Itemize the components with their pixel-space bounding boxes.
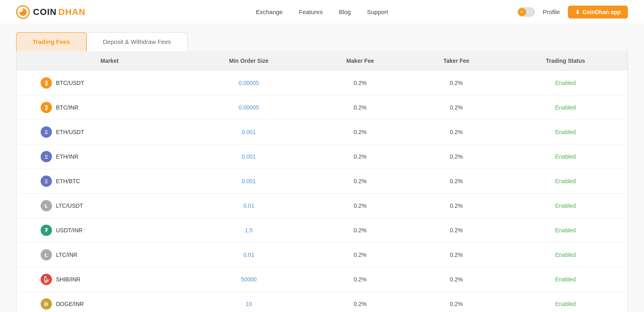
cell-min-order-6: 1.5 (186, 218, 311, 243)
cell-status-1: Enabled (504, 95, 627, 120)
market-name-9: DOGE/INR (56, 301, 84, 307)
cell-market-5: Ł LTC/USDT (17, 194, 186, 218)
logo-text-coin: COIN (33, 7, 57, 17)
cell-market-0: ₿ BTC/USDT (17, 71, 186, 95)
theme-toggle[interactable]: ☀️ (517, 7, 535, 17)
coin-icon-btc: ₿ (41, 102, 52, 113)
table-row: ₮ USDT/INR 1.5 0.2% 0.2% Enabled (17, 218, 627, 243)
cell-status-7: Enabled (504, 243, 627, 267)
cell-status-5: Enabled (504, 194, 627, 218)
market-name-5: LTC/USDT (56, 202, 83, 209)
cell-maker-fee-7: 0.2% (311, 243, 409, 267)
table-row: ₿ BTC/INR 0.00005 0.2% 0.2% Enabled (17, 95, 627, 120)
table-row: Ξ ETH/BTC 0.001 0.2% 0.2% Enabled (17, 169, 627, 194)
cell-taker-fee-0: 0.2% (409, 71, 504, 95)
cell-taker-fee-8: 0.2% (409, 267, 504, 292)
table-row: Ł LTC/USDT 0.01 0.2% 0.2% Enabled (17, 194, 627, 218)
cell-min-order-5: 0.01 (186, 194, 311, 218)
cell-market-6: ₮ USDT/INR (17, 218, 186, 243)
fees-table: Market Min Order Size Maker Fee Taker Fe… (17, 51, 627, 312)
cell-taker-fee-1: 0.2% (409, 95, 504, 120)
table-row: ₿ BTC/USDT 0.00005 0.2% 0.2% Enabled (17, 71, 627, 95)
nav-features[interactable]: Features (299, 8, 322, 15)
coin-icon-eth: Ξ (41, 126, 52, 138)
cell-min-order-9: 10 (186, 292, 311, 312)
cell-market-3: Ξ ETH/INR (17, 145, 186, 169)
logo-text-dhan: DHAN (58, 7, 86, 17)
coin-icon-eth: Ξ (41, 176, 52, 187)
cell-status-9: Enabled (504, 292, 627, 312)
download-icon: ⬇ (575, 9, 580, 15)
cell-taker-fee-5: 0.2% (409, 194, 504, 218)
svg-point-2 (19, 8, 23, 12)
cell-maker-fee-8: 0.2% (311, 267, 409, 292)
cell-market-9: Ð DOGE/INR (17, 292, 186, 312)
coin-icon-btc: ₿ (41, 77, 52, 89)
profile-link[interactable]: Profile (543, 8, 560, 15)
coin-icon-eth: Ξ (41, 151, 52, 162)
cell-min-order-3: 0.001 (186, 145, 311, 169)
table-row: 🐕 SHIB/INR 50000 0.2% 0.2% Enabled (17, 267, 627, 292)
cell-maker-fee-9: 0.2% (311, 292, 409, 312)
col-trading-status: Trading Status (504, 51, 627, 71)
cell-market-2: Ξ ETH/USDT (17, 120, 186, 145)
tab-deposit-fees[interactable]: Deposit & Withdraw Fees (87, 32, 188, 51)
cell-taker-fee-4: 0.2% (409, 169, 504, 194)
col-min-order: Min Order Size (186, 51, 311, 71)
cell-maker-fee-1: 0.2% (311, 95, 409, 120)
cell-taker-fee-9: 0.2% (409, 292, 504, 312)
header-right: ☀️ Profile ⬇ CoinDhan app (517, 6, 628, 19)
cell-maker-fee-4: 0.2% (311, 169, 409, 194)
table-body: ₿ BTC/USDT 0.00005 0.2% 0.2% Enabled ₿ B… (17, 71, 627, 312)
table-row: Ξ ETH/USDT 0.001 0.2% 0.2% Enabled (17, 120, 627, 145)
header: COINDHAN Exchange Features Blog Support … (0, 0, 644, 24)
market-name-4: ETH/BTC (56, 178, 80, 184)
cell-min-order-8: 50000 (186, 267, 311, 292)
cell-market-7: Ł LTC/INR (17, 243, 186, 267)
col-maker-fee: Maker Fee (311, 51, 409, 71)
svg-point-0 (17, 6, 29, 19)
coin-icon-doge: Ð (41, 298, 52, 310)
cell-taker-fee-3: 0.2% (409, 145, 504, 169)
nav-support[interactable]: Support (367, 8, 388, 15)
cell-maker-fee-0: 0.2% (311, 71, 409, 95)
table-scroll[interactable]: Market Min Order Size Maker Fee Taker Fe… (17, 51, 627, 312)
cell-taker-fee-6: 0.2% (409, 218, 504, 243)
cell-status-3: Enabled (504, 145, 627, 169)
nav-blog[interactable]: Blog (339, 8, 351, 15)
market-name-1: BTC/INR (56, 104, 78, 111)
nav-exchange[interactable]: Exchange (256, 8, 283, 15)
download-label: CoinDhan app (582, 9, 621, 15)
fee-tabs: Trading Fees Deposit & Withdraw Fees (16, 32, 628, 51)
main-nav: Exchange Features Blog Support (256, 8, 388, 15)
cell-min-order-0: 0.00005 (186, 71, 311, 95)
market-name-8: SHIB/INR (56, 276, 80, 283)
market-name-0: BTC/USDT (56, 80, 84, 86)
logo[interactable]: COINDHAN (16, 5, 86, 19)
cell-status-6: Enabled (504, 218, 627, 243)
cell-status-0: Enabled (504, 71, 627, 95)
cell-market-8: 🐕 SHIB/INR (17, 267, 186, 292)
market-name-3: ETH/INR (56, 153, 78, 160)
coin-icon-ltc: Ł (41, 200, 52, 211)
market-name-6: USDT/INR (56, 227, 83, 233)
cell-min-order-7: 0.01 (186, 243, 311, 267)
coin-icon-ltc: Ł (41, 249, 52, 260)
table-row: Ξ ETH/INR 0.001 0.2% 0.2% Enabled (17, 145, 627, 169)
table-row: Ð DOGE/INR 10 0.2% 0.2% Enabled (17, 292, 627, 312)
cell-status-4: Enabled (504, 169, 627, 194)
coin-icon-shib: 🐕 (41, 274, 52, 285)
cell-status-2: Enabled (504, 120, 627, 145)
cell-maker-fee-2: 0.2% (311, 120, 409, 145)
cell-maker-fee-3: 0.2% (311, 145, 409, 169)
cell-taker-fee-2: 0.2% (409, 120, 504, 145)
download-button[interactable]: ⬇ CoinDhan app (568, 6, 628, 19)
cell-market-4: Ξ ETH/BTC (17, 169, 186, 194)
col-taker-fee: Taker Fee (409, 51, 504, 71)
cell-min-order-2: 0.001 (186, 120, 311, 145)
col-market: Market (17, 51, 186, 71)
cell-min-order-4: 0.001 (186, 169, 311, 194)
tab-trading-fees[interactable]: Trading Fees (16, 32, 87, 51)
cell-status-8: Enabled (504, 267, 627, 292)
cell-maker-fee-6: 0.2% (311, 218, 409, 243)
